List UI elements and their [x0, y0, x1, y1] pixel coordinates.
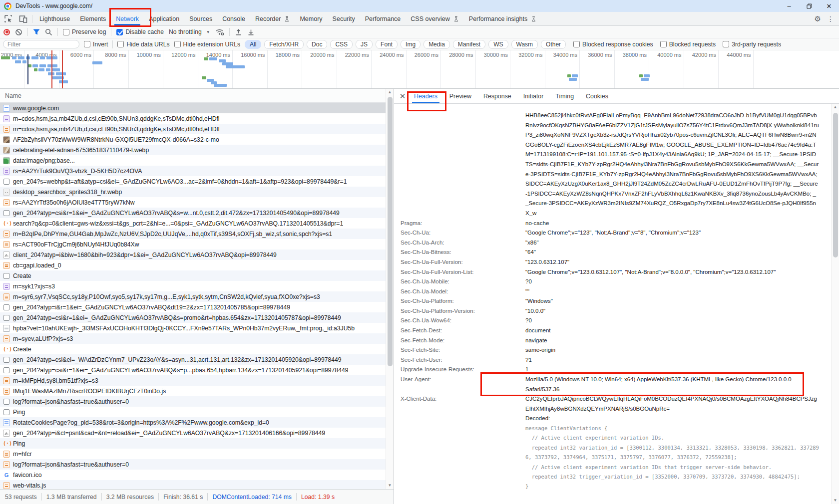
- invert-checkbox[interactable]: [84, 41, 90, 47]
- filter-input[interactable]: [3, 40, 79, 48]
- request-row[interactable]: Ping: [0, 407, 386, 417]
- detail-tab-preview[interactable]: Preview: [443, 89, 477, 103]
- device-toolbar-icon[interactable]: [17, 13, 29, 24]
- pill-doc[interactable]: Doc: [307, 40, 327, 49]
- tab-lighthouse[interactable]: Lighthouse: [34, 12, 75, 25]
- tab-recorder[interactable]: Recorder: [250, 12, 295, 25]
- minimize-button[interactable]: –: [779, 0, 799, 12]
- request-row[interactable]: rs=ACT90oFTrCjgCm9j6bNUyf4HfJUq0b84Xw: [0, 239, 386, 250]
- search-icon[interactable]: [45, 28, 52, 36]
- request-row[interactable]: m=syr6,syr7,VsqSCc,sy18y,P10Owf,syo5,sy1…: [0, 291, 386, 302]
- request-row[interactable]: hpba?vet=10ahUKEwjh-_3l3MSFAxUCOHoKHTf3D…: [0, 323, 386, 333]
- request-row[interactable]: search?q&cp=0&client=gws-wiz&xssi=t&gs_p…: [0, 218, 386, 229]
- request-row[interactable]: m=B2qIPe,DhPYme,GU4Gab,MpJwZc,NzU6V,SJpD…: [0, 229, 386, 239]
- detail-scrollbar[interactable]: ▲ ▼: [831, 104, 839, 504]
- scroll-down-icon[interactable]: ▼: [832, 497, 839, 504]
- invert-control[interactable]: Invert: [84, 41, 108, 48]
- hide-data-urls-control[interactable]: Hide data URLs: [117, 41, 169, 48]
- pill-img[interactable]: Img: [401, 40, 420, 49]
- tab-network[interactable]: Network: [111, 12, 144, 25]
- detail-tab-initiator[interactable]: Initiator: [517, 89, 550, 103]
- request-row[interactable]: RotateCookiesPage?og_pid=538&rot=3&origi…: [0, 417, 386, 428]
- tab-security[interactable]: Security: [328, 12, 360, 25]
- network-overview-timeline[interactable]: 2000 ms4000 ms6000 ms8000 ms10000 ms1200…: [0, 50, 839, 89]
- disable-cache-checkbox[interactable]: [116, 29, 123, 35]
- request-row[interactable]: Ping: [0, 438, 386, 449]
- pill-js[interactable]: JS: [356, 40, 373, 49]
- request-row[interactable]: rs=AA2YrTtf35o0h6jAOIUl3e4T7T5ryW7kNw: [0, 197, 386, 208]
- detail-tab-timing[interactable]: Timing: [549, 89, 580, 103]
- scroll-up-icon[interactable]: ▲: [832, 104, 839, 111]
- clear-button[interactable]: [15, 28, 22, 36]
- close-window-button[interactable]: ✕: [819, 0, 839, 12]
- tab-sources[interactable]: Sources: [184, 12, 217, 25]
- request-row[interactable]: favicon.ico: [0, 470, 386, 480]
- pill-other[interactable]: Other: [541, 40, 566, 49]
- request-row[interactable]: gen_204?s=webhp&t=aft&atyp=csi&ei=_GAdZu…: [0, 176, 386, 187]
- request-row[interactable]: www.google.com: [0, 103, 386, 113]
- network-conditions-icon[interactable]: [215, 28, 224, 35]
- filter-check-3rd-party-requests[interactable]: 3rd-party requests: [723, 41, 781, 48]
- detail-tab-headers[interactable]: Headers: [408, 89, 443, 103]
- request-row[interactable]: gen_204?atyp=csi&r=1&ei=_GAdZuGNCYLw6AO3…: [0, 208, 386, 218]
- tab-performance-insights[interactable]: Performance insights: [464, 12, 541, 25]
- request-row[interactable]: gen_204?atyp=csi&ei=_WAdZrDzCYnm7_UPvZ23…: [0, 354, 386, 365]
- request-row[interactable]: Create: [0, 270, 386, 281]
- restore-button[interactable]: [799, 0, 819, 12]
- disable-cache-control[interactable]: Disable cache: [116, 28, 164, 35]
- request-row[interactable]: gen_204?atyp=i&ct=psnt&cad=&nt=reload&ei…: [0, 428, 386, 438]
- request-row[interactable]: log?format=json&hasfast=true&authuser=0: [0, 396, 386, 407]
- tab-performance[interactable]: Performance: [360, 12, 406, 25]
- pill-media[interactable]: Media: [423, 40, 450, 49]
- request-row[interactable]: rs=AA2YrTuk9OuVQ3-vbzk_D-5KH5D7cz4OVA: [0, 166, 386, 176]
- blocked-response-cookies-checkbox[interactable]: [573, 41, 580, 47]
- request-row[interactable]: m=syk1?xjs=s3: [0, 281, 386, 291]
- tab-elements[interactable]: Elements: [75, 12, 111, 25]
- tab-memory[interactable]: Memory: [295, 12, 327, 25]
- pill-all[interactable]: All: [245, 40, 261, 49]
- detail-tab-response[interactable]: Response: [477, 89, 517, 103]
- request-row[interactable]: m=kMFpHd,sy8l,bm51tf?xjs=s3: [0, 375, 386, 386]
- request-row[interactable]: desktop_searchbox_sprites318_hr.webp: [0, 187, 386, 197]
- request-row[interactable]: log?format=json&hasfast=true&authuser=0: [0, 459, 386, 470]
- blocked-requests-checkbox[interactable]: [660, 41, 667, 47]
- request-row[interactable]: m=cdos,hsm,jsa,mb4ZUb,d,csi,cEt90b,SNUn3…: [0, 124, 386, 134]
- scroll-up-icon[interactable]: ▲: [386, 89, 394, 96]
- settings-gear-icon[interactable]: ⚙: [815, 15, 821, 22]
- preserve-log-checkbox[interactable]: [63, 29, 69, 35]
- filter-check-blocked-response-cookies[interactable]: Blocked response cookies: [573, 41, 653, 48]
- pill-ws[interactable]: WS: [488, 40, 508, 49]
- name-column-header[interactable]: Name: [0, 89, 386, 103]
- request-row[interactable]: gen_204?atyp=csi&r=1&ei=_GAdZuGNCYLw6AO3…: [0, 365, 386, 375]
- 3rd-party-requests-checkbox[interactable]: [723, 41, 729, 47]
- record-button[interactable]: [3, 29, 10, 35]
- hide-data-urls-checkbox[interactable]: [117, 41, 124, 47]
- request-row[interactable]: m=hfcr: [0, 449, 386, 459]
- request-row[interactable]: Create: [0, 344, 386, 354]
- filter-check-blocked-requests[interactable]: Blocked requests: [660, 41, 716, 48]
- request-row[interactable]: m=cdos,hsm,jsa,mb4ZUb,d,csi,cEt90b,SNUn3…: [0, 113, 386, 124]
- pill-css[interactable]: CSS: [330, 40, 353, 49]
- tab-application[interactable]: Application: [144, 12, 184, 25]
- hide-extension-urls-control[interactable]: Hide extension URLs: [174, 41, 240, 48]
- filter-toggle-icon[interactable]: [33, 29, 40, 35]
- throttling-dropdown[interactable]: No throttling ▼: [169, 28, 210, 35]
- request-row[interactable]: gen_204?atyp=i&r=1&ei=_GAdZuGNCYLw6AO37r…: [0, 302, 386, 312]
- scroll-down-icon[interactable]: ▼: [386, 482, 394, 489]
- pill-wasm[interactable]: Wasm: [511, 40, 538, 49]
- export-har-icon[interactable]: [247, 28, 255, 36]
- request-row[interactable]: client_204?atyp=i&biw=1680&bih=923&dpr=1…: [0, 250, 386, 260]
- pill-manifest[interactable]: Manifest: [453, 40, 485, 49]
- tab-console[interactable]: Console: [217, 12, 250, 25]
- request-list-scrollbar[interactable]: ▲ ▼: [386, 89, 394, 489]
- request-row[interactable]: IMuj1EWasMAzIMn7RiscrROOPEIDKIBUrjCFzT0i…: [0, 386, 386, 396]
- tab-css-overview[interactable]: CSS overview: [406, 12, 464, 25]
- request-row[interactable]: cb=gapi.loaded_0: [0, 260, 386, 270]
- scrollbar-thumb[interactable]: [388, 97, 393, 366]
- inspect-element-icon[interactable]: [2, 13, 14, 24]
- request-row[interactable]: celebrating-etel-adnan-6753651837110479-…: [0, 145, 386, 155]
- pill-fetch-xhr[interactable]: Fetch/XHR: [264, 40, 304, 49]
- request-row[interactable]: data:image/png;base...: [0, 155, 386, 166]
- request-row[interactable]: web-vitals.js: [0, 480, 386, 489]
- preserve-log-control[interactable]: Preserve log: [63, 28, 106, 35]
